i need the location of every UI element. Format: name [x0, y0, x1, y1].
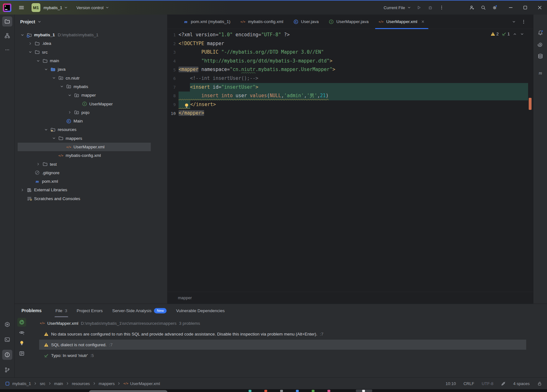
project-name-dropdown[interactable]: mybatis_1	[44, 5, 68, 10]
maven-tool-icon[interactable]: m	[535, 68, 545, 78]
ai-assistant-icon[interactable]	[535, 39, 545, 50]
prev-problem-icon[interactable]	[513, 32, 517, 36]
code-line-2[interactable]: 2<!DOCTYPE mapper	[168, 39, 528, 48]
chevron-down-icon[interactable]	[35, 59, 42, 63]
status-crumb-mappers[interactable]: mappers	[99, 381, 115, 386]
editor-breadcrumbs[interactable]: mapper	[168, 292, 533, 304]
code-line-1[interactable]: 1<?xml version="1.0" encoding="UTF-8" ?>	[168, 31, 528, 39]
breadcrumb[interactable]: mapper	[178, 295, 192, 300]
caret-position[interactable]: 10:10	[446, 381, 456, 386]
line-number[interactable]: 2	[168, 41, 178, 46]
tab-usermapper-xml[interactable]: </>UserMapper.xml	[373, 15, 430, 29]
line-number[interactable]: 5	[168, 68, 178, 72]
status-crumb-resources[interactable]: resources	[72, 381, 90, 386]
line-number[interactable]: 8	[168, 93, 178, 98]
line-ending[interactable]: CRLF	[463, 381, 474, 386]
problem-row[interactable]: SQL dialect is not configured.:7	[29, 339, 547, 350]
tree-item-mybatis-config-xml[interactable]: </>mybatis-config.xml	[15, 151, 167, 160]
tab-user-java[interactable]: CUser.java	[288, 15, 324, 29]
services-icon[interactable]	[2, 319, 12, 330]
tab-usermapper-java[interactable]: IUserMapper.java	[324, 15, 373, 29]
chevron-right-icon[interactable]	[19, 188, 26, 192]
status-crumb-src[interactable]: src	[40, 381, 45, 386]
tab-pom-xml-mybatis-1[interactable]: mpom.xml (mybatis_1)	[178, 15, 235, 29]
problems-tab-vulnerable-dependencies[interactable]: Vulnerable Dependencies	[176, 304, 225, 317]
window-maximize-button[interactable]	[518, 1, 532, 14]
view-options-icon[interactable]	[17, 328, 26, 337]
quick-fix-icon[interactable]	[17, 339, 26, 347]
more-icon[interactable]	[2, 45, 12, 55]
status-crumb-mybatis-1[interactable]: mybatis_1	[12, 381, 31, 386]
line-number[interactable]: 7	[168, 85, 178, 90]
tree-item-main[interactable]: main	[15, 56, 167, 65]
file-encoding[interactable]: UTF-8	[482, 381, 493, 386]
chevron-right-icon[interactable]	[35, 162, 42, 166]
tree-item-resources[interactable]: resources	[15, 125, 167, 134]
vcs-dropdown[interactable]: Version control	[76, 5, 109, 10]
line-number[interactable]: 4	[168, 59, 178, 63]
chevron-down-icon[interactable]	[43, 67, 50, 72]
tree-item-gitignore[interactable]: .gitignore	[15, 169, 167, 177]
chevron-right-icon[interactable]	[66, 110, 73, 115]
chevron-down-icon[interactable]	[50, 76, 57, 80]
chevron-down-icon[interactable]	[66, 93, 73, 98]
run-configuration-dropdown[interactable]: Current File	[384, 5, 411, 10]
line-number[interactable]: 1	[168, 33, 178, 37]
tree-item-java[interactable]: java	[15, 65, 167, 74]
tree-item-test[interactable]: test	[15, 160, 167, 168]
problem-row[interactable]: No data sources are configured to run th…	[29, 329, 547, 339]
database-icon[interactable]	[535, 51, 545, 61]
chevron-down-icon[interactable]	[43, 128, 50, 132]
terminal-icon[interactable]	[2, 335, 12, 345]
tree-item-scratches-and-consoles[interactable]: Scratches and Consoles	[15, 194, 167, 203]
tree-item-mybatis-1[interactable]: mybatis_1D:\mybatis\mybatis_1	[15, 31, 167, 39]
report-view-icon[interactable]	[17, 349, 26, 358]
project-badge[interactable]: M1	[32, 3, 40, 12]
search-everywhere-icon[interactable]	[478, 2, 489, 13]
line-number[interactable]: 3	[168, 50, 178, 55]
project-folder-icon[interactable]	[2, 16, 12, 27]
error-stripe-mark[interactable]	[529, 98, 532, 110]
notifications-icon[interactable]	[535, 28, 545, 38]
lock-icon[interactable]	[537, 381, 542, 386]
hidden-tabs-icon[interactable]	[512, 20, 516, 24]
code-line-9[interactable]: 9 </insert>	[168, 100, 528, 109]
debug-icon[interactable]	[425, 2, 436, 13]
indent-setting[interactable]: 4 spaces	[513, 381, 530, 386]
code-line-5[interactable]: 5<mapper namespace="cn.niutr.mybatis.map…	[168, 65, 528, 74]
window-close-button[interactable]	[532, 1, 547, 14]
tree-item-mappers[interactable]: mappers	[15, 134, 167, 143]
code-line-10[interactable]: 10</mapper>	[168, 109, 528, 118]
inspections-widget[interactable]: 2 1	[491, 32, 524, 36]
tree-item-main[interactable]: CMain	[15, 117, 167, 125]
tree-item-src[interactable]: src	[15, 48, 167, 56]
problems-tab-file[interactable]: File3	[56, 304, 67, 317]
run-icon[interactable]	[413, 2, 425, 13]
tree-item-pom-xml[interactable]: mpom.xml	[15, 177, 167, 186]
analyze-code-icon[interactable]	[17, 318, 26, 327]
tree-item-pojo[interactable]: pojo	[15, 108, 167, 117]
tab-options-icon[interactable]	[521, 19, 526, 24]
line-number[interactable]: 9	[168, 102, 178, 107]
chevron-down-icon[interactable]	[27, 50, 34, 54]
tree-item-cn-niutr[interactable]: cn.niutr	[15, 74, 167, 82]
code-line-7[interactable]: 7 <insert id="insertUser">	[168, 83, 528, 92]
problems-icon[interactable]	[2, 350, 12, 360]
problems-file-row[interactable]: </>UserMapper.xmlD:\mybatis\mybatis_1\sr…	[29, 318, 547, 329]
status-crumb-usermapper-xml[interactable]: </>UserMapper.xml	[123, 381, 160, 386]
tree-item-mapper[interactable]: mapper	[15, 91, 167, 99]
code-line-4[interactable]: 4 "http://mybatis.org/dtd/mybatis-3-mapp…	[168, 57, 528, 66]
chevron-down-icon[interactable]	[50, 136, 57, 140]
pen-slash-icon[interactable]	[501, 381, 506, 386]
close-icon[interactable]	[421, 20, 425, 24]
window-minimize-button[interactable]	[503, 1, 518, 14]
tree-item-mybatis[interactable]: mybatis	[15, 82, 167, 91]
problems-tab-server-side-analysis[interactable]: Server-Side AnalysisNew	[112, 304, 167, 317]
tree-item-usermapper[interactable]: IUserMapper	[15, 99, 167, 108]
more-actions-icon[interactable]	[436, 2, 447, 13]
code-editor[interactable]: 1<?xml version="1.0" encoding="UTF-8" ?>…	[168, 29, 533, 292]
tree-item-external-libraries[interactable]: External Libraries	[15, 186, 167, 194]
tree-item-usermapper-xml[interactable]: </>UserMapper.xml	[15, 143, 167, 151]
status-crumb-main[interactable]: main	[54, 381, 63, 386]
code-line-3[interactable]: 3 PUBLIC "-//mybatis.org//DTD Mapper 3.0…	[168, 48, 528, 57]
